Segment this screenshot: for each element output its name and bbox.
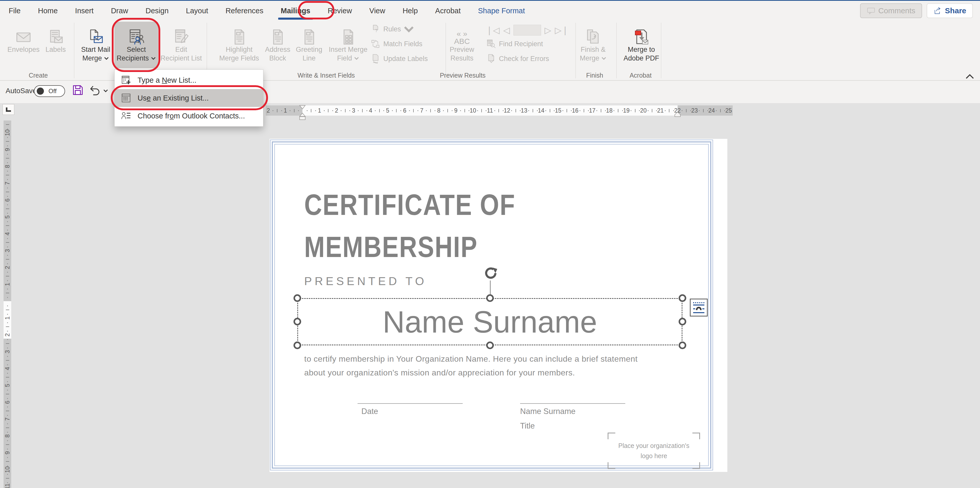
merge-to-adobe-pdf-button[interactable]: Merge to Adobe PDF — [621, 22, 662, 68]
tab-acrobat[interactable]: Acrobat — [426, 1, 469, 21]
finish-merge-button[interactable]: Finish & Merge — [574, 22, 612, 68]
undo-dropdown-button[interactable] — [103, 89, 108, 94]
record-number-box[interactable] — [514, 25, 541, 35]
ruler-tick — [452, 110, 452, 111]
share-button[interactable]: Share — [927, 3, 973, 18]
outlook-contacts-icon — [121, 111, 131, 121]
tab-layout[interactable]: Layout — [177, 1, 217, 21]
rules-button[interactable]: ? Rules — [371, 24, 414, 34]
ruler-tick — [447, 109, 448, 112]
ruler-tick — [724, 110, 725, 111]
resize-handle-top-center[interactable] — [486, 294, 494, 302]
ruler-tick — [614, 110, 614, 111]
find-recipient-icon — [486, 39, 496, 49]
tab-stop-selector[interactable] — [3, 104, 14, 115]
ruler-tick — [605, 110, 606, 111]
ruler-tick — [358, 110, 359, 111]
select-recipients-icon — [128, 22, 145, 45]
update-labels-button[interactable]: Update Labels — [371, 54, 428, 64]
tab-view[interactable]: View — [361, 1, 394, 21]
recipient-name-text[interactable]: Name Surname — [298, 299, 682, 345]
first-record-button[interactable]: ❘◁ — [486, 25, 500, 35]
menu-item-type-new-list[interactable]: Type a New List... — [115, 71, 263, 89]
ruler-tick — [665, 110, 666, 111]
resize-handle-bottom-center[interactable] — [486, 342, 494, 349]
ruler-number: 6 — [403, 105, 406, 116]
find-recipient-button[interactable]: Find Recipient — [486, 39, 543, 49]
ruler-number: 11 — [487, 105, 493, 116]
ruler-tick — [6, 326, 9, 327]
tab-file[interactable]: File — [0, 1, 29, 21]
ruler-tick — [7, 145, 8, 146]
group-divider — [616, 23, 617, 78]
ruler-number: 14 — [538, 105, 544, 116]
resize-handle-bottom-right[interactable] — [679, 342, 686, 349]
tab-help[interactable]: Help — [394, 1, 426, 21]
ruler-tick — [6, 259, 9, 259]
layout-options-icon — [693, 302, 704, 303]
start-mail-merge-button[interactable]: Start Mail Merge — [76, 22, 115, 68]
match-fields-button[interactable]: Match Fields — [371, 39, 422, 49]
recipient-name-textbox[interactable]: Name Surname — [298, 298, 682, 345]
previous-record-button[interactable]: ◁ — [503, 25, 510, 35]
collapse-ribbon-button[interactable] — [965, 73, 974, 79]
rules-icon: ? — [371, 24, 380, 34]
ruler-tick — [511, 110, 512, 111]
horizontal-ruler: 1212345678910111213141516171819202122232… — [266, 105, 733, 116]
ruler-tick — [7, 373, 8, 374]
ruler-number: 20 — [640, 105, 647, 116]
ruler-tick — [324, 110, 325, 111]
select-recipients-button[interactable]: Select Recipients — [115, 22, 158, 68]
autosave-toggle[interactable]: Off — [34, 85, 65, 97]
insert-merge-field-button[interactable]: Insert Merge Field — [329, 22, 367, 68]
date-signature-line — [358, 403, 463, 404]
resize-handle-bottom-left[interactable] — [293, 342, 301, 349]
rotation-handle[interactable] — [484, 266, 498, 281]
comments-button[interactable]: Comments — [860, 3, 922, 18]
check-for-errors-button[interactable]: Check for Errors — [486, 54, 549, 64]
indent-markers[interactable] — [299, 105, 306, 121]
ruler-tick — [443, 110, 444, 111]
ruler-tick — [7, 474, 8, 475]
greeting-line-button[interactable]: Greeting Line — [294, 22, 325, 68]
tab-references[interactable]: References — [217, 1, 272, 21]
tab-design[interactable]: Design — [137, 1, 177, 21]
tab-draw[interactable]: Draw — [102, 1, 137, 21]
ruler-tick — [494, 110, 495, 111]
last-record-button[interactable]: ▷❘ — [555, 25, 569, 35]
ruler-tick — [648, 110, 649, 111]
menu-item-choose-outlook-contacts[interactable]: Choose from Outlook Contacts... — [115, 107, 263, 125]
right-indent-marker[interactable] — [674, 111, 681, 117]
resize-handle-top-right[interactable] — [679, 294, 686, 302]
preview-results-button[interactable]: « » ABC Preview Results — [443, 22, 481, 68]
resize-handle-middle-left[interactable] — [293, 318, 301, 326]
tab-review[interactable]: Review — [319, 1, 361, 21]
address-block-button[interactable]: Address Block — [262, 22, 293, 68]
ruler-tick — [396, 109, 396, 112]
labels-button[interactable]: Labels — [40, 22, 71, 68]
tab-shape-format[interactable]: Shape Format — [469, 1, 534, 21]
layout-options-button[interactable] — [690, 299, 708, 316]
resize-handle-middle-right[interactable] — [679, 318, 686, 326]
undo-button[interactable] — [89, 85, 100, 97]
save-button[interactable] — [72, 84, 84, 97]
ruler-tick — [601, 109, 601, 112]
logo-placeholder: Place your organization's logo here — [608, 432, 700, 469]
ruler-tick — [7, 179, 8, 180]
greeting-line-icon — [301, 22, 317, 45]
envelopes-button[interactable]: Envelopes — [8, 22, 39, 68]
ruler-tick — [6, 242, 9, 243]
ruler-number: 13 — [521, 105, 528, 116]
next-record-button[interactable]: ▷ — [545, 25, 551, 35]
select-recipients-menu: Type a New List... Use an Existing List.… — [115, 70, 263, 127]
resize-handle-top-left[interactable] — [293, 294, 301, 302]
highlight-merge-fields-button[interactable]: Highlight Merge Fields — [224, 22, 255, 68]
edit-recipient-list-button[interactable]: Edit Recipient List — [161, 22, 202, 68]
menu-item-use-existing-list[interactable]: Use an Existing List... — [115, 89, 263, 107]
tab-insert[interactable]: Insert — [66, 1, 102, 21]
ruler-tick — [383, 110, 384, 111]
tab-home[interactable]: Home — [29, 1, 66, 21]
ruler-number: 8 — [437, 105, 441, 116]
tab-mailings[interactable]: Mailings — [272, 1, 319, 21]
ruler-tick — [6, 394, 9, 394]
